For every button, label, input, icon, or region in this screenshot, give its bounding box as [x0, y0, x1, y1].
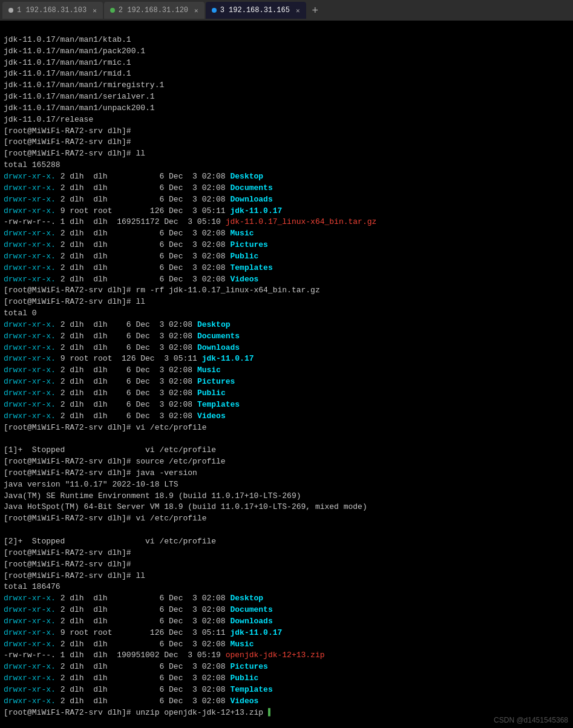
tab-2-close[interactable]: ✕ [194, 7, 198, 15]
tab-2-label: 2 192.168.31.120 [119, 6, 188, 15]
tab-1[interactable]: 1 192.168.31.103 ✕ [2, 2, 103, 19]
tab-3-close[interactable]: ✕ [296, 7, 300, 15]
tab-3-label: 3 192.168.31.165 [220, 6, 290, 15]
tab-1-close[interactable]: ✕ [93, 7, 97, 15]
watermark: CSDN @d1451545368 [494, 716, 568, 724]
tab-3-dot [212, 8, 217, 13]
tab-1-label: 1 192.168.31.103 [17, 6, 87, 15]
tab-bar: 1 192.168.31.103 ✕ 2 192.168.31.120 ✕ 3 … [0, 0, 573, 21]
terminal-output: jdk-11.0.17/man/man1/ktab.1 jdk-11.0.17/… [0, 21, 573, 721]
tab-3[interactable]: 3 192.168.31.165 ✕ [206, 2, 306, 19]
tab-1-dot [8, 8, 13, 13]
tab-2-dot [110, 8, 115, 13]
tab-2[interactable]: 2 192.168.31.120 ✕ [104, 2, 205, 19]
new-tab-button[interactable]: + [307, 4, 324, 17]
